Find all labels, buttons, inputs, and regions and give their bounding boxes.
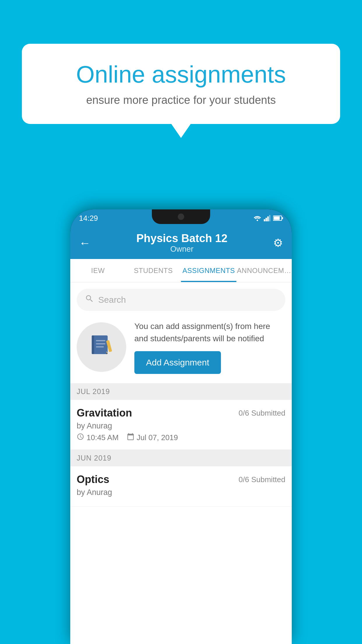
assignment-optics-by: by Anurag: [77, 488, 285, 497]
settings-button[interactable]: ⚙: [273, 237, 283, 249]
wifi-icon: [253, 215, 261, 221]
clock-icon: [77, 433, 84, 442]
phone-notch: [152, 209, 210, 224]
section-jun-label: JUN 2019: [77, 454, 111, 462]
header-subtitle: Owner: [136, 245, 228, 254]
assignment-optics-header: Optics 0/6 Submitted: [77, 473, 285, 486]
battery-icon: [273, 215, 283, 221]
phone-frame: 14:29 ← Phys: [70, 209, 292, 644]
svg-rect-9: [96, 340, 105, 341]
search-svg: [85, 294, 94, 303]
promo-right: You can add assignment(s) from here and …: [134, 320, 285, 374]
tabs-bar: IEW STUDENTS ASSIGNMENTS ANNOUNCEM…: [70, 259, 292, 282]
svg-rect-3: [269, 215, 270, 221]
calendar-svg: [127, 433, 134, 440]
section-jun-2019: JUN 2019: [70, 450, 292, 466]
clock-svg: [77, 433, 84, 440]
svg-rect-0: [264, 219, 265, 221]
assignment-gravitation-submitted: 0/6 Submitted: [239, 409, 285, 418]
add-assignment-promo: You can add assignment(s) from here and …: [77, 317, 285, 377]
svg-rect-2: [267, 216, 269, 221]
svg-rect-6: [274, 216, 280, 220]
assignment-optics[interactable]: Optics 0/6 Submitted by Anurag: [70, 466, 292, 507]
notebook-icon: [90, 333, 113, 361]
speech-bubble-subtitle: ensure more practice for your students: [42, 94, 320, 106]
add-assignment-button[interactable]: Add Assignment: [134, 351, 221, 374]
section-jul-label: JUL 2019: [77, 387, 110, 396]
speech-bubble-title: Online assignments: [42, 61, 320, 88]
camera-icon: [178, 214, 184, 220]
assignment-optics-submitted: 0/6 Submitted: [239, 475, 285, 484]
calendar-icon: [127, 433, 134, 442]
speech-bubble-container: Online assignments ensure more practice …: [22, 44, 340, 124]
section-jul-2019: JUL 2019: [70, 383, 292, 400]
gravitation-time: 10:45 AM: [87, 433, 119, 442]
tab-announcements[interactable]: ANNOUNCEM…: [236, 259, 292, 282]
speech-bubble: Online assignments ensure more practice …: [22, 44, 340, 124]
assignment-gravitation[interactable]: Gravitation 0/6 Submitted by Anurag 10:4…: [70, 400, 292, 450]
assignment-gravitation-by: by Anurag: [77, 421, 285, 430]
search-bar[interactable]: Search: [77, 289, 285, 311]
gravitation-time-item: 10:45 AM: [77, 433, 119, 442]
tab-assignments[interactable]: ASSIGNMENTS: [181, 259, 236, 282]
svg-rect-1: [266, 218, 267, 221]
app-header: ← Physics Batch 12 Owner ⚙: [70, 227, 292, 259]
assignment-gravitation-name: Gravitation: [77, 407, 132, 419]
content-area: Search: [70, 282, 292, 644]
back-button[interactable]: ←: [79, 237, 91, 250]
signal-icon: [264, 215, 271, 221]
tab-students[interactable]: STUDENTS: [126, 259, 181, 282]
status-icons: [253, 215, 283, 221]
status-time: 14:29: [79, 214, 98, 223]
search-icon: [85, 294, 94, 306]
promo-description: You can add assignment(s) from here and …: [134, 320, 285, 345]
svg-rect-8: [92, 335, 94, 354]
assignment-gravitation-datetime: 10:45 AM Jul 07, 2019: [77, 433, 285, 442]
notebook-svg: [90, 333, 113, 356]
gravitation-date-item: Jul 07, 2019: [127, 433, 178, 442]
search-placeholder: Search: [98, 295, 126, 305]
assignment-icon-circle: [77, 322, 126, 372]
svg-rect-7: [93, 335, 108, 354]
assignment-gravitation-header: Gravitation 0/6 Submitted: [77, 407, 285, 419]
header-title: Physics Batch 12: [136, 232, 228, 245]
svg-rect-10: [96, 343, 105, 344]
svg-rect-11: [96, 346, 104, 347]
header-center: Physics Batch 12 Owner: [136, 232, 228, 254]
svg-rect-5: [282, 217, 283, 219]
assignment-optics-name: Optics: [77, 473, 109, 486]
gravitation-date: Jul 07, 2019: [137, 433, 178, 442]
tab-iew[interactable]: IEW: [70, 259, 126, 282]
